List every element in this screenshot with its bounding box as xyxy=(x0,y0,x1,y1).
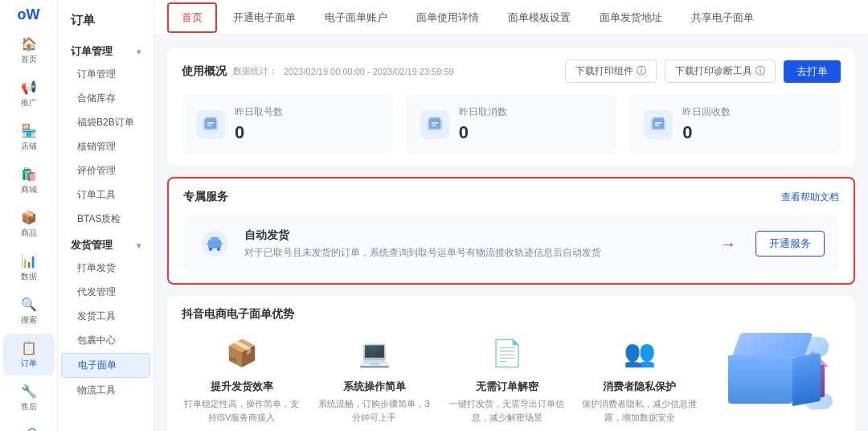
download-plugin-button[interactable]: 下载打印组件 ⓘ xyxy=(565,60,657,83)
sub-group-title[interactable]: 发货管理▾ xyxy=(58,232,154,256)
usage-data-range-label: 数据统计： xyxy=(233,65,277,77)
advantage-name: 消费者隐私保护 xyxy=(603,380,676,394)
sidebar-item-home[interactable]: 🏠首页 xyxy=(3,30,55,72)
nav-label: 推广 xyxy=(21,97,37,109)
advantage-item: 📦 提升发货效率 打单稳定性高，操作简单，支持ISV服务商接入 xyxy=(182,333,301,424)
sub-sidebar-item[interactable]: 订单工具 xyxy=(61,183,150,207)
service-item: 自动发货 对于已取号且未发货的订单，系统查询到取号运单号有物流揽收轨迹信息后自动… xyxy=(183,216,839,272)
enable-service-button[interactable]: 开通服务 xyxy=(755,231,825,257)
sub-sidebar-item[interactable]: 订单管理 xyxy=(61,63,150,86)
sub-sidebar-item[interactable]: 代发管理 xyxy=(61,281,150,304)
info-icon: ⓘ xyxy=(637,64,646,78)
tab-首页[interactable]: 首页 xyxy=(167,2,217,33)
sub-sidebar-item[interactable]: 发货工具 xyxy=(61,305,150,328)
usage-header: 使用概况 数据统计： 2023/02/19 00:00:00 - 2023/02… xyxy=(182,60,841,83)
stat-value: 0 xyxy=(235,122,283,143)
data-icon: 📊 xyxy=(21,253,37,269)
stat-icon xyxy=(420,110,449,139)
supply-icon: 🔗 xyxy=(21,427,37,431)
box-side-shape xyxy=(792,353,821,406)
nav-label: 售后 xyxy=(21,401,37,413)
usage-buttons: 下载打印组件 ⓘ 下载打印诊断工具 ⓘ 去打单 xyxy=(565,60,841,83)
advantage-desc: 保护消费者隐私，减少信息泄露，增加数据安全 xyxy=(579,397,699,424)
sub-sidebar-item[interactable]: 包裹中心 xyxy=(61,329,150,352)
chevron-down-icon: ▾ xyxy=(137,241,141,250)
box-3d xyxy=(720,333,833,421)
sub-group: 发货管理▾打单发货代发管理发货工具包裹中心电子面单物流工具 xyxy=(58,232,154,402)
nav-label: 商城 xyxy=(21,184,37,195)
sub-sidebar-item[interactable]: 电子面单 xyxy=(61,353,150,378)
service-header: 专属服务 查看帮助文档 xyxy=(183,190,839,204)
advantage-item: 💻 系统操作简单 系统流畅，订购步骤简单，3分钟可上手 xyxy=(314,333,434,424)
advantage-section: 抖音电商电子面单优势 📦 提升发货效率 打单稳定性高，操作简单，支持ISV服务商… xyxy=(167,296,855,431)
aftersale-icon: 🔧 xyxy=(21,384,37,399)
home-icon: 🏠 xyxy=(21,36,37,51)
tab-开通电子面单[interactable]: 开通电子面单 xyxy=(220,4,309,31)
stat-card: 昨日取号数 0 xyxy=(182,94,393,154)
sidebar-item-aftersale[interactable]: 🔧售后 xyxy=(3,377,55,419)
sub-sidebar-item[interactable]: BTAS质检 xyxy=(61,207,150,231)
usage-title: 使用概况 xyxy=(182,64,227,79)
stat-value: 0 xyxy=(682,122,731,143)
main-content: 首页开通电子面单电子面单账户面单使用详情面单模板设置面单发货地址共享电子面单 使… xyxy=(154,0,868,431)
tab-面单发货地址[interactable]: 面单发货地址 xyxy=(587,4,675,31)
service-item-desc: 对于已取号且未发货的订单，系统查询到取号运单号有物流揽收轨迹信息后自动发货 xyxy=(244,246,707,260)
app-logo: oW xyxy=(8,6,50,23)
service-help-link[interactable]: 查看帮助文档 xyxy=(781,191,839,204)
chevron-down-icon: ▾ xyxy=(137,47,141,56)
sub-group-title[interactable]: 订单管理▾ xyxy=(58,38,154,62)
sidebar-item-data[interactable]: 📊数据 xyxy=(3,247,55,289)
sub-sidebar-item[interactable]: 打单发货 xyxy=(61,257,150,280)
advantage-desc: 打单稳定性高，操作简单，支持ISV服务商接入 xyxy=(182,397,301,424)
usage-section: 使用概况 数据统计： 2023/02/19 00:00:00 - 2023/02… xyxy=(167,48,855,166)
sub-sidebar: 订单 订单管理▾订单管理合储库存福袋B2B订单核销管理评价管理订单工具BTAS质… xyxy=(58,0,154,431)
sub-sidebar-item[interactable]: 福袋B2B订单 xyxy=(61,111,150,134)
sub-group: 订单管理▾订单管理合储库存福袋B2B订单核销管理评价管理订单工具BTAS质检 xyxy=(58,38,154,231)
stat-label: 昨日取消数 xyxy=(459,105,507,119)
usage-title-area: 使用概况 数据统计： 2023/02/19 00:00:00 - 2023/02… xyxy=(182,64,454,79)
advantage-name: 提升发货效率 xyxy=(211,380,273,394)
advantage-icon: 💻 xyxy=(354,333,395,373)
promote-icon: 📢 xyxy=(21,80,37,95)
stat-icon xyxy=(644,110,673,139)
nav-label: 首页 xyxy=(21,54,37,65)
sidebar-item-order[interactable]: 📋订单 xyxy=(3,334,55,376)
arrow-icon: → xyxy=(720,235,736,253)
go-print-button[interactable]: 去打单 xyxy=(784,60,841,83)
sidebar-item-search[interactable]: 🔍搜索 xyxy=(3,290,55,332)
goods-icon: 📦 xyxy=(21,210,37,225)
stat-card: 昨日取消数 0 xyxy=(406,94,617,154)
stat-card: 昨日回收数 0 xyxy=(629,94,841,154)
sub-sidebar-item[interactable]: 核销管理 xyxy=(61,135,150,158)
tab-共享电子面单[interactable]: 共享电子面单 xyxy=(678,4,767,31)
download-tool-button[interactable]: 下载打印诊断工具 ⓘ xyxy=(665,60,776,83)
top-tabs: 首页开通电子面单电子面单账户面单使用详情面单模板设置面单发货地址共享电子面单 xyxy=(154,0,868,35)
sub-sidebar-item[interactable]: 合储库存 xyxy=(61,87,150,110)
advantage-name: 无需订单解密 xyxy=(476,380,538,394)
sub-sidebar-title: 订单 xyxy=(58,10,154,38)
advantage-title: 抖音电商电子面单优势 xyxy=(182,307,841,322)
service-item-text: 自动发货 对于已取号且未发货的订单，系统查询到取号运单号有物流揽收轨迹信息后自动… xyxy=(244,228,707,260)
stat-label: 昨日回收数 xyxy=(682,105,731,119)
app-sidebar: oW 🏠首页📢推广🏪店铺🛍️商城📦商品📊数据🔍搜索📋订单🔧售后🔗供应链📝内容📣营… xyxy=(0,0,58,431)
sidebar-item-promote[interactable]: 📢推广 xyxy=(3,73,55,115)
sub-sidebar-item[interactable]: 评价管理 xyxy=(61,159,150,183)
tab-面单模板设置[interactable]: 面单模板设置 xyxy=(495,4,583,31)
service-title: 专属服务 xyxy=(183,190,228,204)
svg-point-16 xyxy=(217,248,220,251)
tab-面单使用详情[interactable]: 面单使用详情 xyxy=(403,4,492,31)
sub-sidebar-item[interactable]: 物流工具 xyxy=(61,379,150,402)
advantage-name: 系统操作简单 xyxy=(343,380,406,394)
service-item-name: 自动发货 xyxy=(244,228,707,243)
stat-label: 昨日取号数 xyxy=(235,105,283,119)
tab-电子面单账户[interactable]: 电子面单账户 xyxy=(312,4,400,31)
nav-label: 数据 xyxy=(21,271,37,282)
svg-rect-14 xyxy=(211,237,219,241)
advantage-item: 📄 无需订单解密 一键打发货，无需导出订单信息，减少解密场景 xyxy=(447,333,567,424)
sidebar-item-supply[interactable]: 🔗供应链 xyxy=(3,421,55,431)
sidebar-item-mall[interactable]: 🛍️商城 xyxy=(3,160,55,202)
sidebar-item-goods[interactable]: 📦商品 xyxy=(3,203,55,245)
stat-value: 0 xyxy=(459,122,507,143)
nav-label: 搜索 xyxy=(21,314,37,326)
sidebar-item-shop[interactable]: 🏪店铺 xyxy=(3,117,55,158)
